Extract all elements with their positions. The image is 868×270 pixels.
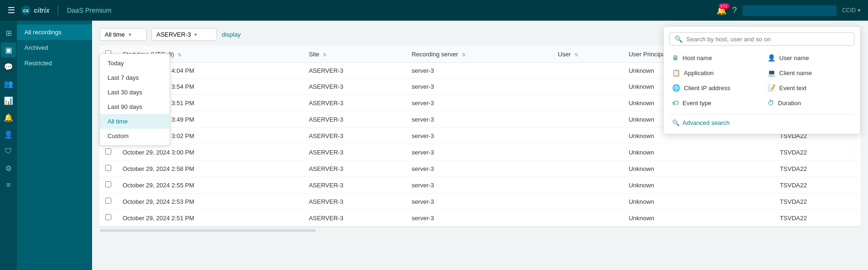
sidebar-item-archived[interactable]: Archived: [17, 40, 92, 55]
duration-label: Duration: [778, 100, 801, 107]
citrix-logo-svg: cx: [21, 5, 31, 15]
nav-settings-icon[interactable]: ⚙: [1, 161, 16, 176]
nav-home-icon[interactable]: ⊞: [1, 25, 16, 40]
eventtext-label: Event text: [779, 85, 806, 92]
search-option-username[interactable]: 👤 User name: [765, 52, 854, 63]
row-checkbox[interactable]: [105, 148, 111, 154]
nav-chat-icon[interactable]: 💬: [1, 59, 16, 74]
row-extra: TSVDA22: [774, 144, 860, 161]
site-filter-label: ASERVER-3: [156, 31, 191, 38]
row-checkbox-cell: [100, 193, 117, 210]
row-checkbox[interactable]: [105, 181, 111, 187]
hostname-icon: 🖥: [672, 54, 679, 62]
row-site: ASERVER-3: [303, 111, 406, 128]
sidebar-item-restricted[interactable]: Restricted: [17, 55, 92, 71]
th-site[interactable]: Site ⇅: [303, 46, 406, 63]
table-row: October 29, 2024 2:53 PMASERVER-3server-…: [100, 193, 860, 210]
row-upn: Unknown: [623, 144, 774, 161]
header-search-input[interactable]: [743, 5, 837, 16]
sidebar-item-all-recordings[interactable]: All recordings: [17, 24, 92, 40]
svg-text:cx: cx: [23, 8, 29, 13]
row-checkbox[interactable]: [105, 214, 111, 220]
time-option-last90[interactable]: Last 90 days: [100, 100, 170, 114]
time-option-last30[interactable]: Last 30 days: [100, 85, 170, 100]
row-recording-server: server-3: [406, 128, 552, 144]
time-option-alltime[interactable]: All time: [100, 114, 170, 129]
search-options-grid: 🖥 Host name 👤 User name 📋 Application 💻 …: [669, 52, 854, 108]
advanced-search-icon: 🔍: [672, 119, 680, 126]
th-recording-server[interactable]: Recording server ⇅: [406, 46, 552, 63]
all-recordings-label: All recordings: [24, 29, 62, 36]
row-site: ASERVER-3: [303, 144, 406, 161]
hamburger-icon[interactable]: ☰: [8, 5, 15, 15]
nav-list-icon[interactable]: ≡: [1, 177, 16, 193]
row-checkbox[interactable]: [105, 165, 111, 171]
row-user: [552, 63, 623, 79]
search-option-clientip[interactable]: 🌐 Client IP address: [669, 82, 759, 93]
time-option-custom[interactable]: Custom: [100, 129, 170, 143]
clientname-label: Client name: [779, 69, 812, 77]
row-checkbox-cell: [100, 210, 117, 226]
row-recording-server: server-3: [406, 177, 552, 193]
row-start-time: October 29, 2024 3:00 PM: [117, 144, 303, 161]
row-recording-server: server-3: [406, 210, 552, 226]
time-filter-dropdown[interactable]: All time ▾: [100, 28, 147, 41]
nav-monitor-icon[interactable]: ▣: [1, 42, 16, 57]
eventtype-icon: 🏷: [672, 99, 679, 107]
time-filter-label: All time: [105, 31, 125, 38]
search-option-clientname[interactable]: 💻 Client name: [765, 67, 854, 78]
nav-person-icon[interactable]: 👤: [1, 127, 16, 142]
horizontal-scrollbar[interactable]: [100, 229, 316, 232]
search-option-eventtext[interactable]: 📝 Event text: [765, 82, 854, 93]
top-header: ☰ cx citrix DaaS Premium 🔔 572 ? CCID ▾: [0, 0, 868, 21]
time-option-last7[interactable]: Last 7 days: [100, 70, 170, 85]
help-button[interactable]: ?: [732, 6, 737, 15]
nav-group-icon[interactable]: 👥: [1, 76, 16, 91]
row-user: [552, 95, 623, 111]
nav-bell-icon[interactable]: 🔔: [1, 110, 16, 125]
table-row: October 29, 2024 2:58 PMASERVER-3server-…: [100, 161, 860, 177]
row-site: ASERVER-3: [303, 79, 406, 95]
search-option-application[interactable]: 📋 Application: [669, 67, 759, 78]
row-site: ASERVER-3: [303, 95, 406, 111]
row-recording-server: server-3: [406, 111, 552, 128]
clientip-label: Client IP address: [684, 85, 730, 92]
columns-display-link[interactable]: display: [222, 31, 240, 38]
row-start-time: October 29, 2024 2:58 PM: [117, 161, 303, 177]
header-divider: [58, 6, 58, 15]
row-site: ASERVER-3: [303, 128, 406, 144]
sort-icon-start-time: ⇅: [178, 52, 181, 57]
username-icon: 👤: [767, 54, 775, 62]
ccid-button[interactable]: CCID ▾: [842, 7, 860, 14]
row-user: [552, 193, 623, 210]
row-start-time: October 29, 2024 2:55 PM: [117, 177, 303, 193]
username-label: User name: [779, 54, 809, 62]
search-popup-input[interactable]: [686, 36, 849, 43]
citrix-logo: cx citrix: [21, 5, 49, 15]
row-site: ASERVER-3: [303, 193, 406, 210]
row-recording-server: server-3: [406, 161, 552, 177]
search-option-eventtype[interactable]: 🏷 Event type: [669, 97, 759, 108]
sort-icon-site: ⇅: [323, 52, 326, 57]
nav-shield-icon[interactable]: 🛡: [1, 144, 16, 159]
ccid-label: CCID: [842, 7, 856, 14]
row-extra: TSVDA22: [774, 161, 860, 177]
nav-chart-icon[interactable]: 📊: [1, 93, 16, 108]
search-option-duration[interactable]: ⏱ Duration: [765, 97, 854, 108]
hostname-label: Host name: [682, 54, 712, 62]
site-filter-dropdown[interactable]: ASERVER-3 ▾: [151, 28, 217, 41]
advanced-search-link[interactable]: 🔍 Advanced search: [669, 114, 854, 128]
row-user: [552, 161, 623, 177]
row-checkbox[interactable]: [105, 198, 111, 204]
row-upn: Unknown: [623, 210, 774, 226]
time-option-today[interactable]: Today: [100, 56, 170, 70]
row-user: [552, 111, 623, 128]
row-start-time: October 29, 2024 2:51 PM: [117, 210, 303, 226]
search-option-hostname[interactable]: 🖥 Host name: [669, 52, 759, 63]
notification-button[interactable]: 🔔 572: [716, 5, 727, 15]
row-recording-server: server-3: [406, 95, 552, 111]
th-user[interactable]: User ⇅: [552, 46, 623, 63]
row-site: ASERVER-3: [303, 63, 406, 79]
th-user-label: User: [558, 51, 571, 58]
application-icon: 📋: [672, 69, 680, 77]
